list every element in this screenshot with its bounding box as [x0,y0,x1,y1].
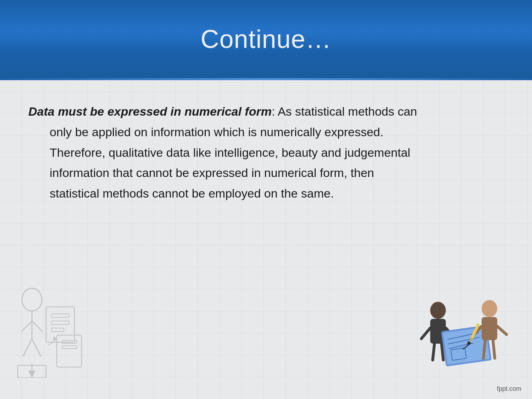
body-text: : As statistical methods can [272,105,417,118]
slide-header: Continue… [0,0,532,78]
svg-rect-8 [51,321,69,325]
slide-title: Continue… [200,24,331,54]
body-paragraph: Data must be expressed in numerical form… [28,101,504,204]
body-line-4: information that cannot be expressed in … [50,166,374,179]
slide-content: Data must be expressed in numerical form… [0,80,532,399]
watermark: fppt.com [497,385,521,393]
svg-line-20 [421,328,430,339]
svg-line-22 [433,344,434,360]
svg-marker-16 [28,371,35,378]
svg-line-3 [32,321,43,332]
svg-rect-10 [57,335,82,367]
svg-line-2 [21,321,32,332]
svg-point-0 [22,288,42,311]
body-line-5: statistical methods cannot be employed o… [50,187,334,200]
svg-point-18 [430,302,446,319]
svg-rect-7 [51,314,69,317]
svg-line-4 [23,339,32,356]
svg-line-23 [442,344,443,360]
italic-phrase: Data must be expressed in numerical form [28,105,272,118]
body-line-3: Therefore, qualitative data like intelli… [50,146,410,159]
svg-rect-9 [51,328,64,332]
svg-line-33 [497,326,506,334]
deco-illustration-right [419,289,511,381]
svg-line-35 [493,340,495,358]
svg-rect-31 [482,317,497,340]
slide: Continue… Data must be expressed in nume… [0,0,532,399]
svg-rect-12 [62,346,77,349]
body-line-2: only be applied on information which is … [50,125,383,139]
svg-line-5 [32,339,41,356]
main-text-block: Data must be expressed in numerical form… [28,101,504,204]
deco-illustration-left [11,286,96,378]
svg-line-34 [483,340,485,358]
svg-point-30 [482,300,497,317]
svg-marker-14 [52,336,57,340]
